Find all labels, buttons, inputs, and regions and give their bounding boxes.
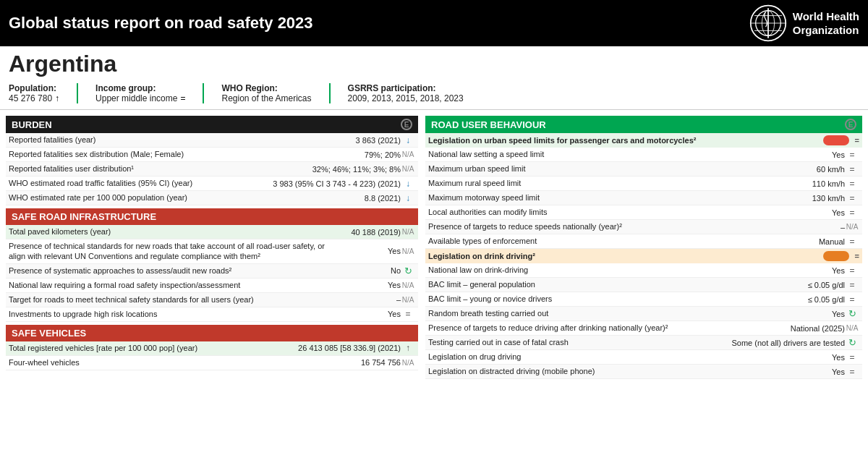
- row-value: 26 413 085 [58 336.9] (2021): [298, 344, 401, 352]
- row-value: 8.8 (2021): [343, 194, 401, 203]
- table-row: Random breath testing carried out Yes ↻: [425, 307, 862, 321]
- table-row: National law setting a speed limit Yes =: [425, 148, 862, 162]
- row-label: BAC limit – young or novice drivers: [428, 294, 787, 304]
- row-value: 3 863 (2021): [343, 136, 401, 145]
- row-value: 3 983 (95% CI 3 743 - 4 223) (2021): [273, 179, 401, 188]
- table-row: Legislation on distracted driving (mobil…: [425, 365, 862, 379]
- drink-driving-label: Legislation on drink driving²: [428, 252, 535, 260]
- row-value: Yes: [787, 266, 845, 275]
- page-header: Global status report on road safety 2023…: [0, 0, 868, 46]
- table-row: Available types of enforcement Manual =: [425, 234, 862, 249]
- stat-population-value: 45 276 780 ↑: [9, 93, 59, 103]
- row-value: Yes: [787, 150, 845, 159]
- row-icon: =: [845, 208, 859, 218]
- row-label: Presence of systematic approaches to ass…: [9, 266, 343, 276]
- row-value: ≤ 0.05 g/dl: [787, 281, 845, 289]
- burden-label: BURDEN: [12, 119, 52, 130]
- who-emblem-icon: [749, 4, 787, 42]
- row-label: Reported fatalities sex distribution (Ma…: [9, 149, 343, 159]
- table-row: Target for roads to meet technical safet…: [6, 293, 418, 307]
- table-row: Presence of technical standards for new …: [6, 239, 418, 264]
- row-label: Available types of enforcement: [428, 236, 787, 246]
- stats-row: Population: 45 276 780 ↑ Income group: U…: [0, 80, 868, 110]
- country-name: Argentina: [0, 46, 868, 80]
- stat-population: Population: 45 276 780 ↑: [9, 83, 78, 103]
- row-label: Maximum urban speed limit: [428, 163, 787, 174]
- stat-gsrrs-label: GSRRS participation:: [348, 83, 464, 93]
- row-icon: ↻: [845, 337, 859, 348]
- road-user-info-icon[interactable]: E: [845, 119, 856, 130]
- row-icon: =: [401, 309, 415, 319]
- population-arrow-icon: ↑: [55, 93, 59, 103]
- table-row: National law on drink-driving Yes =: [425, 263, 862, 278]
- stat-gsrrs-value: 2009, 2013, 2015, 2018, 2023: [348, 93, 464, 103]
- row-value: Manual: [787, 237, 845, 246]
- table-row: Presence of systematic approaches to ass…: [6, 264, 418, 279]
- road-user-label: ROAD USER BEHAVIOUR: [431, 119, 546, 130]
- drink-driving-subsection: Legislation on drink driving² =: [425, 249, 862, 263]
- table-row: Reported fatalities user distribution¹ 3…: [6, 162, 418, 177]
- page-title: Global status report on road safety 2023: [9, 14, 313, 33]
- row-value: ≤ 0.05 g/dl: [787, 295, 845, 304]
- row-icon: N/A: [401, 281, 415, 289]
- vehicles-label: SAFE VEHICLES: [12, 328, 86, 339]
- row-value: Yes: [343, 247, 401, 255]
- row-label: Investments to upgrade high risk locatio…: [9, 309, 343, 319]
- table-row: BAC limit – general population ≤ 0.05 g/…: [425, 278, 862, 292]
- table-row: WHO estimated road traffic fatalities (9…: [6, 177, 418, 191]
- burden-info-icon[interactable]: E: [401, 119, 412, 130]
- table-row: Total registered vehicles [rate per 100 …: [6, 341, 418, 356]
- row-value: –: [787, 223, 845, 232]
- table-row: Four-wheel vehicles 16 754 756 N/A: [6, 356, 418, 370]
- row-label: Testing carried out in case of fatal cra…: [428, 337, 731, 347]
- row-icon: =: [845, 237, 859, 247]
- row-icon: =: [845, 280, 859, 290]
- row-label: Presence of targets to reduce speeds nat…: [428, 221, 787, 232]
- table-row: Maximum motorway speed limit 130 km/h =: [425, 191, 862, 205]
- row-label: Legislation on distracted driving (mobil…: [428, 366, 787, 376]
- row-label: National law requiring a formal road saf…: [9, 280, 343, 290]
- right-column: ROAD USER BEHAVIOUR E Legislation on urb…: [425, 116, 862, 379]
- speed-eq-icon: =: [855, 136, 859, 145]
- stat-population-label: Population:: [9, 83, 59, 93]
- speed-limit-label: Legislation on urban speed limits for pa…: [428, 136, 696, 145]
- row-label: Maximum motorway speed limit: [428, 192, 787, 203]
- row-icon: ↻: [845, 308, 859, 319]
- row-value: Yes: [787, 368, 845, 376]
- row-icon: N/A: [401, 296, 415, 304]
- row-icon: ↓: [401, 135, 415, 145]
- row-label: Local authorities can modify limits: [428, 207, 787, 217]
- burden-header: BURDEN E: [6, 116, 418, 133]
- row-label: Reported fatalities user distribution¹: [9, 163, 312, 174]
- stat-region: WHO Region: Region of the Americas: [221, 83, 330, 103]
- burden-section: BURDEN E Reported fatalities (year) 3 86…: [6, 116, 418, 205]
- table-row: Testing carried out in case of fatal cra…: [425, 336, 862, 350]
- row-value: 16 754 756: [343, 358, 401, 367]
- row-value: 32%; 46%; 11%; 3%; 8%: [312, 165, 401, 174]
- drink-indicator-icon: [823, 251, 849, 261]
- table-row: BAC limit – young or novice drivers ≤ 0.…: [425, 292, 862, 307]
- row-value: National (2025): [787, 324, 845, 333]
- row-value: Yes: [343, 281, 401, 289]
- who-name-text: World HealthOrganization: [793, 9, 859, 38]
- row-icon: =: [845, 179, 859, 189]
- table-row: Investments to upgrade high risk locatio…: [6, 307, 418, 322]
- row-value: Yes: [787, 353, 845, 362]
- row-icon: ↻: [401, 266, 415, 276]
- row-label: Total paved kilometers (year): [9, 226, 343, 237]
- row-label: Legislation on drug driving: [428, 352, 787, 362]
- row-value: 40 188 (2019): [343, 228, 401, 237]
- row-icon: =: [845, 294, 859, 305]
- drink-eq-icon: =: [855, 252, 859, 260]
- row-label: National law setting a speed limit: [428, 149, 787, 159]
- row-label: Target for roads to meet technical safet…: [9, 294, 343, 305]
- row-label: Total registered vehicles [rate per 100 …: [9, 343, 298, 353]
- left-column: BURDEN E Reported fatalities (year) 3 86…: [6, 116, 418, 379]
- table-row: National law requiring a formal road saf…: [6, 279, 418, 293]
- row-label: Maximum rural speed limit: [428, 178, 787, 188]
- infra-label: SAFE ROAD INFRASTRUCTURE: [12, 211, 156, 222]
- row-label: Four-wheel vehicles: [9, 357, 343, 368]
- table-row: WHO estimated rate per 100 000 populatio…: [6, 191, 418, 205]
- row-icon: ↑: [401, 343, 415, 353]
- row-label: WHO estimated road traffic fatalities (9…: [9, 178, 273, 188]
